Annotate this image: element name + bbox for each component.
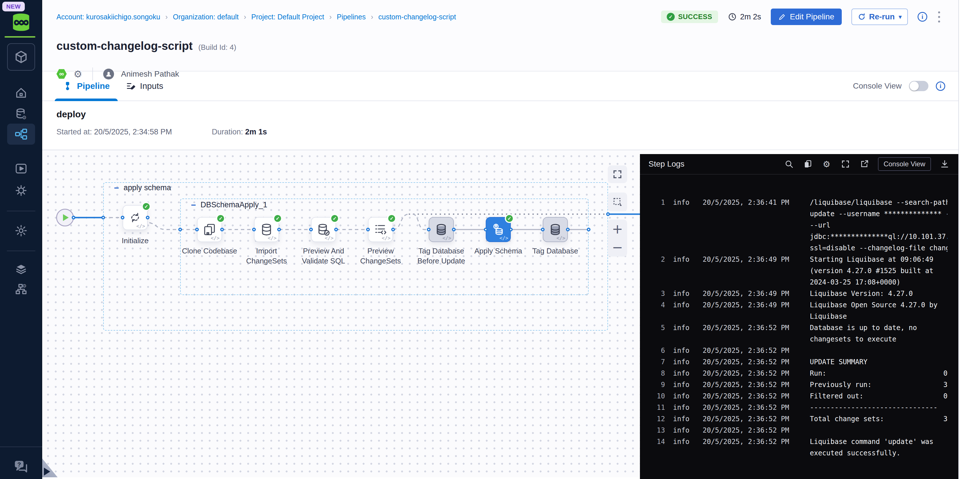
gear-icon[interactable]: ⚙	[821, 159, 832, 169]
breadcrumb-link[interactable]: custom-changelog-script	[378, 13, 456, 21]
log-timestamp: 20/5/2025, 2:36:52 PM	[703, 390, 805, 402]
main-area: Account: kurosakiichigo.songoku›Organiza…	[42, 0, 958, 479]
log-timestamp: 20/5/2025, 2:36:52 PM	[703, 356, 805, 368]
expand-arrow-icon[interactable]	[44, 468, 50, 476]
log-level: info	[673, 368, 697, 379]
pipeline-step-clone-codebase[interactable]: ✓</>	[197, 217, 222, 242]
code-glyph: </>	[325, 235, 334, 241]
canvas-fullscreen-button[interactable]	[608, 165, 627, 183]
tab-pipeline[interactable]: Pipeline	[55, 71, 118, 100]
log-timestamp: 20/5/2025, 2:36:52 PM	[703, 436, 805, 447]
sidebar-item-executions[interactable]	[12, 161, 30, 176]
pipeline-step-tag-database-before-update[interactable]: </>	[429, 217, 454, 242]
collapse-icon[interactable]: −	[114, 185, 119, 191]
log-line-number: 3	[640, 288, 665, 299]
zoom-in-button[interactable]: +	[612, 222, 623, 236]
log-timestamp: 20/5/2025, 2:36:52 PM	[703, 425, 805, 436]
log-entry: 4info20/5/2025, 2:36:49 PMLiquibase Open…	[640, 299, 958, 322]
svg-text:⚙: ⚙	[22, 283, 27, 289]
start-node[interactable]	[56, 209, 74, 227]
copy-icon[interactable]	[803, 159, 813, 169]
play-icon	[63, 214, 69, 221]
database-solid-icon	[434, 223, 448, 236]
step-label: Preview ChangeSets	[351, 246, 410, 266]
log-message: Liquibase command 'update' wasexecuted s…	[810, 436, 948, 459]
log-timestamp: 20/5/2025, 2:36:52 PM	[703, 345, 805, 356]
connector-dot	[566, 228, 570, 232]
more-options-menu[interactable]	[937, 10, 941, 24]
connector-dot	[484, 228, 488, 232]
breadcrumb-link[interactable]: Project: Default Project	[251, 13, 324, 21]
code-glyph: </>	[268, 235, 277, 241]
log-line-number: 4	[640, 299, 665, 311]
success-check-icon: ✓	[387, 214, 396, 223]
log-level: info	[673, 425, 697, 436]
collapse-icon[interactable]: −	[191, 202, 196, 208]
sidebar-item-manage[interactable]	[12, 183, 30, 198]
pipeline-step-preview-and-validate-sql[interactable]: ✓</>	[311, 217, 336, 242]
log-entry: 7info20/5/2025, 2:36:52 PMUPDATE SUMMARY	[640, 356, 958, 368]
code-glyph: </>	[136, 223, 145, 229]
connector-dot	[427, 228, 431, 232]
sidebar-item-settings[interactable]	[12, 223, 30, 238]
step-label: Initialize	[112, 236, 158, 246]
database-upload-icon	[492, 223, 505, 236]
connector-dot	[72, 216, 76, 220]
database-check-icon	[317, 223, 330, 236]
log-entry: 1info20/5/2025, 2:36:41 PM/liquibase/liq…	[640, 197, 958, 254]
breadcrumb-link[interactable]: Organization: default	[173, 13, 239, 21]
sidebar-item-layers[interactable]	[12, 262, 30, 277]
pipeline-step-preview-changesets[interactable]: ✓</>	[368, 217, 393, 242]
log-message: Run:0	[810, 368, 948, 379]
elapsed-time: 2m 2s	[728, 12, 761, 21]
expand-brackets-icon[interactable]	[840, 159, 851, 169]
pipeline-step-apply-schema[interactable]: ✓</>	[486, 217, 511, 242]
pipeline-step-tag-database[interactable]: </>	[543, 217, 568, 242]
log-timestamp: 20/5/2025, 2:36:52 PM	[703, 322, 805, 333]
external-link-icon[interactable]	[859, 159, 869, 169]
log-level: info	[673, 356, 697, 368]
pipeline-step-import-changesets[interactable]: ✓</>	[254, 217, 279, 242]
sidebar-item-db-devops[interactable]: ⚙	[12, 106, 30, 121]
help-chat-icon[interactable]: ?	[13, 458, 29, 474]
console-view-toggle[interactable]	[909, 81, 928, 91]
log-line-number: 2	[640, 254, 665, 265]
console-view-button[interactable]: Console View	[878, 157, 931, 171]
log-line-number: 8	[640, 368, 665, 379]
rerun-button[interactable]: Re-run ▾	[851, 8, 908, 25]
step-label: Preview And Validate SQL	[291, 246, 356, 266]
tab-inputs[interactable]: Inputs	[118, 71, 171, 100]
breadcrumb-link[interactable]: Pipelines	[337, 13, 366, 21]
search-icon[interactable]	[784, 159, 794, 169]
group-label-dbschemaapply[interactable]: − DBSchemaApply_1	[191, 200, 267, 209]
connector-dot	[195, 228, 199, 232]
pipeline-step-initialize[interactable]: ✓</>	[123, 205, 148, 230]
sidebar-item-home[interactable]	[12, 86, 30, 100]
step-logs-body[interactable]: 1info20/5/2025, 2:36:41 PM/liquibase/liq…	[640, 174, 958, 479]
canvas-select-button[interactable]	[608, 192, 627, 211]
status-text: SUCCESS	[678, 13, 712, 21]
sidebar-item-module-switcher[interactable]	[7, 43, 35, 71]
edit-pipeline-button[interactable]: Edit Pipeline	[771, 8, 842, 25]
check-circle-icon: ✓	[667, 13, 675, 21]
breadcrumb-link[interactable]: Account: kurosakiichigo.songoku	[56, 13, 160, 21]
sidebar-item-pipelines[interactable]	[7, 124, 35, 145]
connector-dot	[587, 228, 590, 232]
info-icon[interactable]: i	[918, 12, 927, 22]
log-level: info	[673, 299, 697, 311]
download-icon[interactable]	[940, 159, 950, 169]
pipeline-canvas[interactable]: − apply schema − DBSchemaApply_1	[42, 150, 640, 477]
info-icon[interactable]: i	[936, 81, 945, 91]
refresh-icon	[858, 13, 866, 21]
group-label-apply-schema[interactable]: − apply schema	[114, 183, 171, 192]
code-glyph: </>	[382, 235, 391, 241]
refresh-cycle-icon	[128, 211, 142, 224]
database-icon	[260, 223, 274, 236]
log-entry: 8info20/5/2025, 2:36:52 PMRun:0	[640, 368, 958, 379]
sidebar-item-resources[interactable]: ⚙	[12, 282, 30, 297]
zoom-out-button[interactable]: −	[612, 241, 623, 254]
success-check-icon: ✓	[505, 214, 514, 223]
log-message: Total change sets:3	[810, 413, 948, 425]
db-devops-logo-icon[interactable]	[8, 10, 33, 35]
chevron-right-icon: ›	[244, 13, 246, 21]
